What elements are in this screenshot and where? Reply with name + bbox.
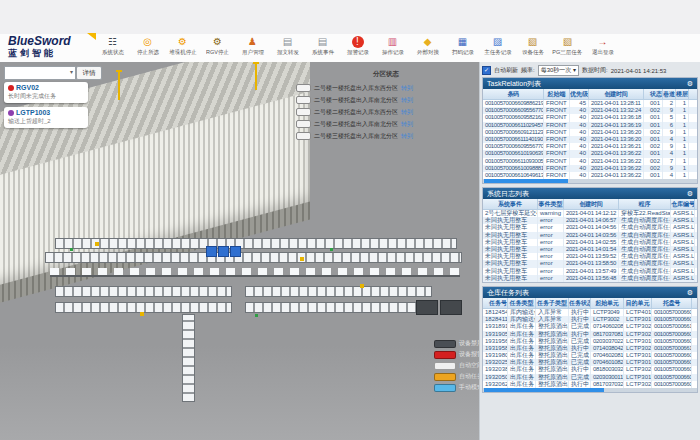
scrollbar-thumb[interactable] — [484, 179, 568, 183]
column-header[interactable]: 托盘号 — [652, 298, 692, 308]
column-header[interactable]: 创建时间 — [564, 199, 619, 209]
toolbar-button[interactable]: ▥ 操作记录 — [376, 36, 409, 57]
table-row[interactable]: 1931958出库任务整托原酒出库执行中0714038042LCTP302000… — [483, 345, 697, 352]
table-row[interactable]: 00100570006611093005FRONT402021-04-01 13… — [483, 158, 697, 165]
table-cell: ASRS.LG2 — [671, 268, 695, 275]
table-row[interactable]: 未回执无用整车error2021-04-01 13:59:52生成自动调度库任务… — [483, 253, 697, 260]
zone-checkbox[interactable] — [296, 84, 311, 92]
table-row[interactable]: 1931891出库任务整托原酒出库已完成0714060208LCTP302000… — [483, 323, 697, 330]
table-row[interactable]: 00100570006609886219FRONT452021-04-01 13… — [483, 100, 697, 107]
table-row[interactable]: 1932062出库任务整托原酒出库执行中0817037032LCTP302000… — [483, 381, 697, 388]
auto-refresh-checkbox[interactable]: ✓ — [482, 66, 491, 75]
table-row[interactable]: 00100570006610190639FRONT402021-04-01 13… — [483, 150, 697, 157]
table-cell: 执行中 — [569, 345, 591, 352]
column-header[interactable]: 系统事件 — [483, 199, 538, 209]
column-header[interactable]: 任务号 — [483, 298, 508, 308]
column-header[interactable]: 优先级 — [570, 89, 589, 99]
gear-icon[interactable]: ⚙ — [687, 78, 693, 89]
toolbar-button[interactable]: ◆ 外部对接 — [411, 36, 444, 57]
warehouse-3d-viewport[interactable]: ▾ 详情 RGV02 长时间未完成任务 LGTP1003 输送上货超时_2 分区… — [0, 62, 479, 440]
zone-goto-link[interactable]: 转到 — [401, 120, 413, 129]
table-row[interactable]: 未回执无用整车error2021-04-01 14:04:56生成自动调度库任务… — [483, 224, 697, 231]
horizontal-scrollbar[interactable] — [483, 388, 697, 392]
zone-goto-link[interactable]: 转到 — [401, 132, 413, 141]
toolbar-button[interactable]: ♟ 用户管理 — [236, 36, 269, 57]
table-row[interactable]: 1931956出库任务整托原酒出库已完成0203037022LCTP301600… — [483, 338, 697, 345]
table-row[interactable]: 00100570006609582162FRONT402021-04-01 13… — [483, 114, 697, 121]
toolbar-button[interactable]: ▧ 设备任务 — [516, 36, 549, 57]
horizontal-scrollbar[interactable] — [483, 179, 697, 183]
table-cell: 未回执无用整车 — [483, 217, 538, 224]
table-row[interactable]: 00100570006611140190FRONT402021-04-01 13… — [483, 136, 697, 143]
device-filter-select[interactable]: ▾ — [4, 66, 76, 80]
table-row[interactable]: 未回执无用整车error2021-04-01 14:02:55生成自动调度库任务… — [483, 239, 697, 246]
column-header[interactable]: 起始端 — [544, 89, 570, 99]
frequency-select[interactable]: 每30秒一次 ▾ — [538, 65, 579, 76]
zone-goto-link[interactable]: 转到 — [401, 108, 413, 117]
zone-checkbox[interactable] — [296, 108, 311, 116]
table-row[interactable]: 00100570006609556770FRONT402021-04-01 13… — [483, 107, 697, 114]
table-row[interactable]: 未回执无用整车error2021-04-01 13:56:48生成自动调度库任务… — [483, 275, 697, 282]
table-cell: 00100570006606 — [652, 331, 692, 338]
scrollbar-thumb[interactable] — [484, 388, 604, 392]
column-header[interactable]: 程序 — [619, 199, 671, 209]
table-cell: 生成自动调度库任务请求 — [619, 217, 671, 224]
detail-button[interactable]: 详情 — [76, 66, 102, 80]
column-header[interactable]: 仓库编号 — [671, 199, 695, 209]
zone-goto-link[interactable]: 转到 — [401, 84, 413, 93]
table-cell: 00100570006611029457 — [483, 122, 544, 129]
toolbar-button[interactable]: ☷ 系统状态 — [96, 36, 129, 57]
table-row[interactable]: 00100570006609121123FRONT402021-04-01 13… — [483, 129, 697, 136]
toolbar-button[interactable]: ◎ 停止所选 — [131, 36, 164, 57]
toolbar-button[interactable]: → 退出登录 — [586, 36, 619, 57]
zone-goto-link[interactable]: 转到 — [401, 96, 413, 105]
table-row[interactable]: 未回执无用整车error2021-04-01 14:01:54生成自动调度库任务… — [483, 246, 697, 253]
zone-checkbox[interactable] — [296, 132, 311, 140]
table-row[interactable]: 未回执无用整车error2021-04-01 13:57:49生成自动调度库任务… — [483, 268, 697, 275]
toolbar-button[interactable]: ▧ PG三层任务 — [551, 36, 584, 57]
table-row[interactable]: 未回执无用整车error2021-04-01 14:06:57生成自动调度库任务… — [483, 217, 697, 224]
table-row[interactable]: 00100570006610649613FRONT402021-04-01 13… — [483, 172, 697, 179]
toolbar-button[interactable]: ! 报警记录 — [341, 36, 374, 57]
zone-label: 二号楼三楼托盘出入库南北分区 — [314, 132, 398, 141]
gear-icon[interactable]: ⚙ — [687, 188, 693, 199]
table-row[interactable]: 1828411库内输送任务入库异常执行中LCTP3002LCTP30150010… — [483, 316, 697, 323]
table-row[interactable]: 1812454库内输送任务入库异常执行中LCTP3049LCTP40110010… — [483, 309, 697, 316]
toolbar-button[interactable]: ▨ 主任务记录 — [481, 36, 514, 57]
table-row[interactable]: 00100570006609556770FRONT402021-04-01 13… — [483, 143, 697, 150]
column-header[interactable]: 任务状态 — [569, 298, 591, 308]
column-header[interactable]: 起始单元 — [591, 298, 624, 308]
column-header[interactable]: 楼层 — [676, 89, 689, 99]
zone-checkbox[interactable] — [296, 120, 311, 128]
toolbar-button[interactable]: ▤ 报文转发 — [271, 36, 304, 57]
toolbar-button[interactable]: ⚙ RGV停止 — [201, 36, 234, 57]
table-row[interactable]: 00100570006610098881FRONT402021-04-01 13… — [483, 165, 697, 172]
toolbar-button[interactable]: ▤ 系统事件 — [306, 36, 339, 57]
column-header[interactable]: 状态 — [644, 89, 663, 99]
table-row[interactable]: 1932050出库任务整托原酒出库已完成0203030011LCTP301600… — [483, 374, 697, 381]
column-header[interactable]: 目的单元 — [624, 298, 652, 308]
alert-card[interactable]: LGTP1003 输送上货超时_2 — [4, 107, 88, 128]
toolbar-button-label: 主任务记录 — [484, 48, 512, 56]
table-row[interactable]: 未回执无用整车error2021-04-01 14:03:56生成自动调度库任务… — [483, 232, 697, 239]
toolbar-button[interactable]: ⚙ 堆垛机停止 — [166, 36, 199, 57]
gear-icon[interactable]: ⚙ — [687, 287, 693, 298]
table-row[interactable]: 1931980出库任务整托原酒出库已完成0704602081LCTP301600… — [483, 352, 697, 359]
column-header[interactable]: 任务子类型 — [536, 298, 569, 308]
table-row[interactable]: 1931905出库任务整托原酒出库执行中0817037081LCTP302000… — [483, 331, 697, 338]
alert-card[interactable]: RGV02 长时间未完成任务 — [4, 82, 88, 103]
column-header[interactable]: 巷道 — [663, 89, 676, 99]
table-row[interactable]: 00100570006611029457FRONT402021-04-01 13… — [483, 122, 697, 129]
column-header[interactable]: 创建时间 — [589, 89, 644, 99]
toolbar-button[interactable]: ▦ 扫码记录 — [446, 36, 479, 57]
table-row[interactable]: 1932038出库任务整托原酒出库执行中0818003032LCTP302000… — [483, 366, 697, 373]
zone-row: 二号楼一楼托盘出入库南北分区 转到 — [296, 94, 476, 106]
column-header[interactable]: 任务类型 — [508, 298, 536, 308]
column-header[interactable]: 条码 — [483, 89, 544, 99]
table-row[interactable]: 未回执无用整车error2021-04-01 13:58:50生成自动调度库任务… — [483, 260, 697, 267]
column-header[interactable]: 事件类型 — [538, 199, 564, 209]
table-row[interactable]: 2号七层穿梭车延交确认失败:失败次数warning2021-04-01 14:1… — [483, 210, 697, 217]
table-cell: 1931980 — [483, 352, 508, 359]
zone-checkbox[interactable] — [296, 96, 311, 104]
table-row[interactable]: 1932025出库任务整托原酒出库已完成0704601082LCTP301600… — [483, 359, 697, 366]
